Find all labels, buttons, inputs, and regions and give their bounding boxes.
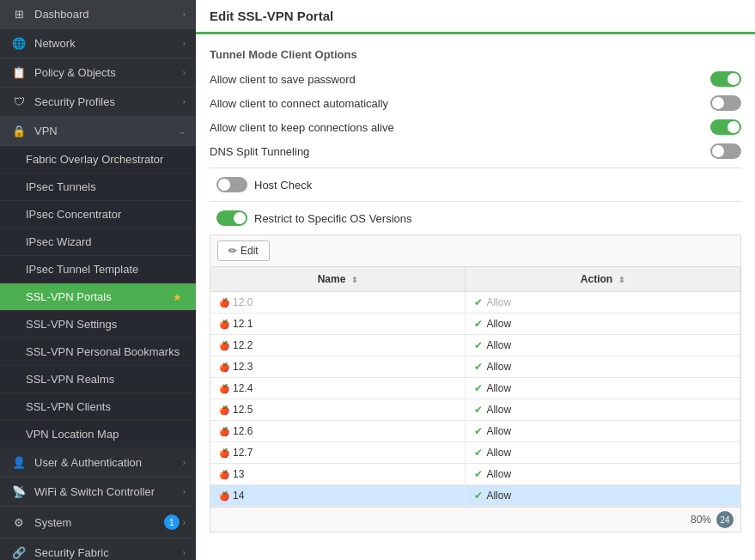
sidebar-item-dashboard[interactable]: ⊞ Dashboard › <box>0 0 196 29</box>
table-row[interactable]: 🍎12.2✔Allow <box>210 335 740 356</box>
sidebar-item-label: SSL-VPN Settings <box>26 318 186 331</box>
system-badge: 1 <box>164 514 180 530</box>
star-icon: ★ <box>173 291 182 303</box>
cell-action: ✔Allow <box>466 399 740 421</box>
sidebar-item-system[interactable]: ⚙ System 1 › <box>0 507 196 539</box>
cell-action: ✔Allow <box>466 356 740 378</box>
sidebar-item-label: IPsec Wizard <box>26 235 186 248</box>
toggle-save-password[interactable] <box>710 71 741 87</box>
section-title: Tunnel Mode Client Options <box>210 48 741 61</box>
table-row[interactable]: 🍎12.4✔Allow <box>210 378 740 399</box>
sidebar-item-vpn[interactable]: 🔒 VPN ⌄ <box>0 117 196 146</box>
sidebar-item-security-fabric[interactable]: 🔗 Security Fabric › <box>0 539 196 560</box>
edit-button[interactable]: ✏ Edit <box>217 240 270 261</box>
os-versions-table-container: ✏ Edit Name ⇕ Action ⇕ <box>210 234 741 533</box>
table-row[interactable]: 🍎12.7✔Allow <box>210 442 740 464</box>
restrict-row: Restrict to Specific OS Versions <box>210 210 741 226</box>
sidebar-item-user-auth[interactable]: 👤 User & Authentication › <box>0 448 196 478</box>
check-icon: ✔ <box>474 318 483 330</box>
table-row[interactable]: 🍎12.0✔Allow <box>210 292 740 313</box>
sidebar-item-label: VPN <box>34 125 179 137</box>
option-label: Allow client to save password <box>210 73 703 86</box>
sidebar-item-label: System <box>34 516 164 529</box>
vpn-icon: 🔒 <box>10 125 27 137</box>
wifi-icon: 📡 <box>10 485 27 498</box>
sidebar-item-label: SSL-VPN Portals <box>26 290 173 303</box>
toggle-host-check[interactable] <box>216 177 247 192</box>
sidebar-item-ipsec-wizard[interactable]: IPsec Wizard <box>0 228 196 256</box>
sidebar-item-network[interactable]: 🌐 Network › <box>0 29 196 58</box>
toggle-connect-auto[interactable] <box>710 95 741 111</box>
toggle-keep-alive[interactable] <box>710 119 741 135</box>
sidebar-item-wifi[interactable]: 📡 WiFi & Switch Controller › <box>0 478 196 507</box>
system-icon: ⚙ <box>10 516 27 529</box>
table-row[interactable]: 🍎12.3✔Allow <box>210 356 740 378</box>
content-area: Tunnel Mode Client Options Allow client … <box>196 34 755 560</box>
sidebar-item-policy[interactable]: 📋 Policy & Objects › <box>0 58 196 88</box>
sidebar-item-label: WiFi & Switch Controller <box>34 485 183 498</box>
sort-icon: ⇕ <box>351 276 358 284</box>
sidebar-item-vpn-location-map[interactable]: VPN Location Map <box>0 421 196 448</box>
cell-name: 🍎12.7 <box>210 442 466 464</box>
apple-icon: 🍎 <box>219 470 229 479</box>
sidebar-item-label: Policy & Objects <box>34 66 183 79</box>
divider2 <box>210 201 741 202</box>
sidebar-item-ipsec-concentrator[interactable]: IPsec Concentrator <box>0 201 196 228</box>
page-badge: 24 <box>716 511 734 528</box>
option-save-password: Allow client to save password <box>210 71 741 87</box>
col-action[interactable]: Action ⇕ <box>466 267 740 292</box>
sidebar-item-fabric-overlay[interactable]: Fabric Overlay Orchestrator <box>0 146 196 173</box>
cell-name: 🍎14 <box>210 485 466 507</box>
sidebar-item-label: SSL-VPN Clients <box>26 400 186 413</box>
sidebar-item-ipsec-tunnels[interactable]: IPsec Tunnels <box>0 173 196 201</box>
user-icon: 👤 <box>10 456 27 469</box>
cell-name: 🍎12.4 <box>210 378 466 399</box>
sidebar-item-label: Security Fabric <box>34 546 183 559</box>
table-row[interactable]: 🍎13✔Allow <box>210 464 740 485</box>
table-row[interactable]: 🍎12.5✔Allow <box>210 399 740 421</box>
chevron-right-icon: › <box>183 68 186 77</box>
zoom-level: 80% <box>691 514 711 526</box>
host-check-label: Host Check <box>254 179 312 192</box>
toggle-restrict[interactable] <box>216 210 247 226</box>
os-versions-table: Name ⇕ Action ⇕ 🍎12.0✔Allow🍎12.1✔Allow🍎1… <box>210 267 740 507</box>
security-fabric-icon: 🔗 <box>10 546 27 559</box>
sidebar-item-ssl-vpn-personal[interactable]: SSL-VPN Personal Bookmarks <box>0 338 196 366</box>
table-row[interactable]: 🍎12.1✔Allow <box>210 313 740 335</box>
cell-action: ✔Allow <box>466 464 740 485</box>
table-row[interactable]: 🍎12.6✔Allow <box>210 421 740 442</box>
cell-action: ✔Allow <box>466 442 740 464</box>
col-name[interactable]: Name ⇕ <box>210 267 466 292</box>
table-wrapper[interactable]: Name ⇕ Action ⇕ 🍎12.0✔Allow🍎12.1✔Allow🍎1… <box>210 267 740 507</box>
check-icon: ✔ <box>474 404 483 416</box>
option-connect-auto: Allow client to connect automatically <box>210 95 741 111</box>
sidebar-item-label: IPsec Concentrator <box>26 208 186 221</box>
page-title: Edit SSL-VPN Portal <box>196 0 755 34</box>
table-toolbar: ✏ Edit <box>210 235 740 267</box>
apple-icon: 🍎 <box>219 384 229 393</box>
sidebar-item-label: VPN Location Map <box>26 428 186 441</box>
cell-action: ✔Allow <box>466 313 740 335</box>
check-icon: ✔ <box>474 490 483 502</box>
toggle-dns-split[interactable] <box>710 143 741 159</box>
sidebar: ⊞ Dashboard › 🌐 Network › 📋 Policy & Obj… <box>0 0 196 560</box>
table-row[interactable]: 🍎14✔Allow <box>210 485 740 507</box>
sidebar-item-security-profiles[interactable]: 🛡 Security Profiles › <box>0 88 196 117</box>
chevron-right-icon: › <box>183 39 186 48</box>
apple-icon: 🍎 <box>219 298 229 307</box>
sidebar-item-ssl-vpn-portals[interactable]: SSL-VPN Portals ★ <box>0 283 196 311</box>
cell-action: ✔Allow <box>466 485 740 507</box>
sidebar-item-ipsec-tunnel-template[interactable]: IPsec Tunnel Template <box>0 256 196 283</box>
chevron-right-icon: › <box>183 458 186 467</box>
sidebar-item-ssl-vpn-clients[interactable]: SSL-VPN Clients <box>0 393 196 421</box>
policy-icon: 📋 <box>10 66 27 79</box>
check-icon: ✔ <box>474 382 483 394</box>
sidebar-item-label: Fabric Overlay Orchestrator <box>26 153 186 166</box>
check-icon: ✔ <box>474 339 483 351</box>
sidebar-item-label: Security Profiles <box>34 95 183 108</box>
sidebar-item-ssl-vpn-settings[interactable]: SSL-VPN Settings <box>0 311 196 338</box>
check-icon: ✔ <box>474 425 483 437</box>
vpn-submenu: Fabric Overlay Orchestrator IPsec Tunnel… <box>0 146 196 448</box>
apple-icon: 🍎 <box>219 491 229 501</box>
sidebar-item-ssl-vpn-realms[interactable]: SSL-VPN Realms <box>0 366 196 393</box>
